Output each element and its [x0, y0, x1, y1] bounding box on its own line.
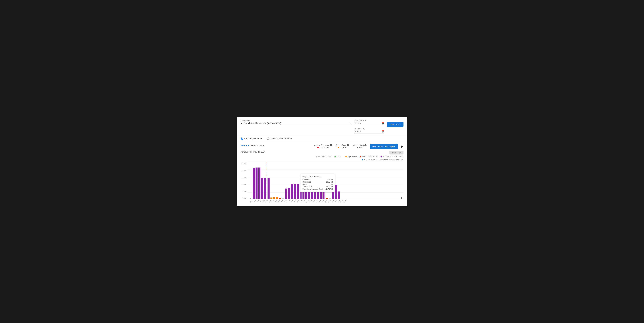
y-label-25: 25 TiB: [241, 163, 247, 164]
chart-controls-row: Apr 25, 2024 - May 26, 2024 Reset Zoom: [241, 151, 404, 154]
radio-consumption-trend-label: Consumption Trend: [244, 137, 262, 140]
legend-dot-burst: [360, 156, 362, 157]
metric-accrued-burst: Accrued Burst i 0 TiB: [352, 144, 366, 149]
chart-section: Premium Service Level Current Consumed i…: [237, 142, 407, 206]
radio-consumption-trend[interactable]: Consumption Trend: [241, 137, 262, 140]
svg-rect-33: [326, 198, 328, 199]
to-date-input[interactable]: [354, 130, 380, 133]
subscription-group: Subscription ▶ ▼: [241, 120, 351, 125]
svg-rect-8: [256, 167, 257, 199]
svg-rect-16: [276, 197, 278, 199]
to-date-input-row: 📅: [354, 130, 384, 133]
y-label-20: 20 TiB: [241, 170, 247, 171]
svg-rect-17: [279, 198, 281, 199]
current-burst-info-icon[interactable]: i: [347, 144, 349, 146]
to-date-label: To Date (UTC): [354, 128, 384, 130]
svg-rect-14: [270, 197, 272, 199]
radio-invoiced-burst-circle[interactable]: [267, 137, 269, 140]
legend-zoom: Zoom in to view burst between samples di…: [362, 159, 404, 161]
radio-invoiced-burst[interactable]: Invoiced Accrued Burst: [267, 137, 292, 140]
legend-above-burst: Above Burst Limit > 120%: [380, 156, 403, 158]
y-label-10: 10 TiB: [241, 184, 247, 185]
svg-rect-28: [311, 185, 313, 199]
y-label-5: 5 TiB: [241, 191, 247, 192]
svg-rect-9: [258, 167, 260, 199]
chart-header: Premium Service Level Current Consumed i…: [241, 144, 404, 149]
subscription-input[interactable]: [244, 122, 348, 125]
top-section: Subscription ▶ ▼ From Date (UTC) �: [237, 117, 407, 135]
svg-rect-13: [268, 178, 270, 199]
current-burst-dot: [338, 147, 339, 148]
metric-current-consumed: Current Consumed i 1.12 /1 TiB: [314, 144, 332, 149]
from-date-input-row: 📅: [354, 122, 384, 125]
svg-rect-24: [300, 184, 302, 199]
subscription-input-row: ▶ ▼: [241, 122, 351, 125]
legend-burst: Burst 100% - 120%: [360, 156, 378, 158]
hide-consumption-arrow-icon[interactable]: ▶: [402, 145, 404, 148]
svg-text:26 May 22:00: 26 May 22:00: [343, 200, 349, 203]
to-date-calendar-icon[interactable]: 📅: [382, 130, 384, 133]
current-consumed-info-icon[interactable]: i: [330, 144, 332, 146]
svg-rect-34: [329, 198, 331, 199]
legend-normal: Normal: [334, 156, 342, 158]
accrued-burst-value: 0 TiB: [357, 147, 362, 149]
svg-rect-15: [273, 197, 275, 199]
to-date-group: To Date (UTC) 📅: [354, 128, 384, 133]
svg-rect-21: [291, 184, 293, 199]
scroll-right-indicator[interactable]: ▶: [401, 196, 403, 199]
svg-rect-20: [288, 188, 290, 199]
accrued-burst-label: Accrued Burst i: [352, 144, 366, 146]
svg-rect-30: [317, 185, 319, 199]
subscription-dropdown-icon[interactable]: ▼: [349, 122, 351, 124]
legend-row-2: Zoom in to view burst between samples di…: [241, 159, 404, 161]
svg-rect-22: [294, 184, 296, 199]
current-burst-label: Current Burst i: [336, 144, 349, 146]
legend-row: No Consumption Normal High > 80% Burst 1…: [241, 156, 404, 158]
radio-consumption-trend-circle[interactable]: [241, 137, 243, 140]
svg-rect-19: [285, 188, 287, 199]
legend-label-burst: Burst 100% - 120%: [362, 156, 378, 158]
from-date-group: From Date (UTC) 📅: [354, 120, 384, 125]
svg-rect-29: [314, 185, 316, 199]
current-consumed-dot: [317, 147, 319, 148]
reset-zoom-button[interactable]: Reset Zoom: [390, 151, 403, 154]
dropdown-arrow-icon: ▶: [241, 122, 242, 125]
service-level-suffix: Service Level: [250, 144, 264, 147]
service-level-row: Premium Service Level: [241, 144, 264, 147]
current-consumed-value: 1.12 /1 TiB: [317, 147, 329, 149]
legend-label-no-consumption: No Consumption: [318, 156, 331, 158]
radio-invoiced-burst-label: Invoiced Accrued Burst: [270, 137, 292, 140]
svg-rect-37: [338, 191, 340, 199]
chart-y-labels: 25 TiB 20 TiB 15 TiB 10 TiB 5 TiB 0 TiB: [241, 162, 247, 204]
form-row: Subscription ▶ ▼ From Date (UTC) �: [241, 120, 404, 133]
from-date-calendar-icon[interactable]: 📅: [382, 122, 384, 125]
current-consumed-label: Current Consumed i: [314, 144, 332, 146]
from-date-label: From Date (UTC): [354, 120, 384, 122]
y-label-15: 15 TiB: [241, 177, 247, 178]
svg-rect-27: [308, 185, 310, 199]
dates-col: From Date (UTC) 📅 To Date (UTC) 📅: [354, 120, 384, 133]
svg-rect-25: [302, 184, 304, 199]
svg-rect-11: [264, 178, 266, 199]
legend-label-above-burst: Above Burst Limit > 120%: [383, 156, 403, 158]
svg-rect-32: [322, 185, 324, 199]
metric-current-burst: Current Burst i 0.12 TiB: [336, 144, 349, 149]
legend-dot-normal: [334, 156, 336, 157]
svg-rect-35: [332, 185, 334, 199]
svg-rect-10: [261, 178, 263, 199]
hide-consumption-button[interactable]: Hide Current Consumption: [370, 144, 398, 149]
svg-rect-26: [305, 184, 307, 199]
legend-dot-zoom: [362, 159, 363, 160]
legend-dot-high: [345, 156, 347, 157]
radio-row: Consumption Trend Invoiced Accrued Burst: [237, 135, 407, 140]
service-level-title: Premium Service Level: [241, 144, 264, 147]
accrued-burst-info-icon[interactable]: i: [364, 144, 366, 146]
y-label-0: 0 TiB: [241, 198, 247, 199]
view-details-button[interactable]: View Details: [387, 122, 403, 127]
from-date-input[interactable]: [354, 122, 380, 125]
main-container: Subscription ▶ ▼ From Date (UTC) �: [237, 117, 407, 206]
subscription-label: Subscription: [241, 120, 351, 122]
legend-label-normal: Normal: [337, 156, 342, 158]
svg-rect-7: [252, 168, 254, 199]
legend-no-consumption: No Consumption: [316, 156, 331, 158]
